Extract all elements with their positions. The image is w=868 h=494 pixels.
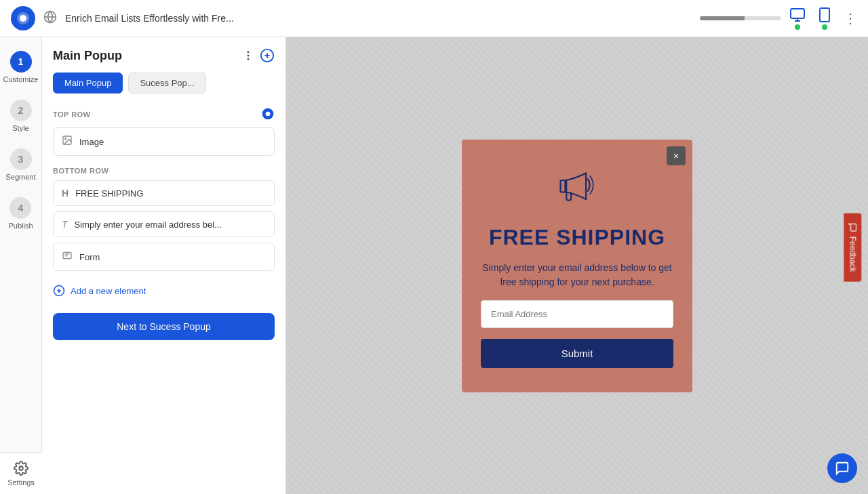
progress-bar — [700, 16, 781, 20]
svg-rect-4 — [791, 9, 804, 18]
step-3-label: Segment — [5, 173, 35, 181]
sidebar-header-actions — [242, 48, 275, 63]
mobile-status-dot — [822, 24, 827, 30]
heading-element[interactable]: H FREE SHIPPING — [53, 180, 275, 206]
feedback-tab[interactable]: Feedback — [844, 213, 862, 281]
main-layout: 1 Customize 2 Style 3 Segment 4 Publish … — [0, 37, 868, 494]
text-element[interactable]: T Simply enter your email address bel... — [53, 211, 275, 237]
globe-icon — [43, 10, 57, 26]
topbar: Enrich Email Lists Effortlessly with Fre… — [0, 0, 868, 37]
step-2-circle: 2 — [10, 100, 32, 121]
text-icon: T — [62, 219, 68, 230]
step-4-circle: 4 — [9, 197, 31, 219]
form-label: Form — [79, 252, 100, 262]
popup-icon-area — [553, 161, 601, 211]
chat-button[interactable] — [827, 453, 857, 483]
feedback-label: Feedback — [848, 236, 858, 272]
device-switcher: ⋮ — [789, 7, 857, 30]
next-button[interactable]: Next to Sucess Popup — [53, 313, 275, 340]
step-4-label: Publish — [8, 222, 33, 230]
progress-fill — [700, 16, 745, 20]
sidebar-panel: Main Popup Main Popup Sucess Pop... — [42, 37, 286, 494]
app-logo — [11, 6, 35, 30]
step-3-circle: 3 — [10, 148, 32, 170]
svg-point-1 — [20, 15, 26, 22]
step-2-label: Style — [12, 124, 28, 132]
svg-point-26 — [19, 466, 23, 470]
sidebar-title: Main Popup — [53, 49, 122, 63]
settings-btn[interactable]: Settings — [0, 452, 42, 494]
email-input[interactable] — [481, 300, 673, 328]
popup-close-btn[interactable]: × — [667, 146, 686, 165]
submit-button[interactable]: Submit — [481, 339, 673, 368]
step-1-customize[interactable]: 1 Customize — [3, 51, 39, 83]
tab-success-popup[interactable]: Sucess Pop... — [128, 73, 205, 94]
step-4-publish[interactable]: 4 Publish — [8, 197, 33, 230]
heading-icon: H — [62, 188, 68, 199]
step-navigation: 1 Customize 2 Style 3 Segment 4 Publish — [0, 37, 42, 494]
svg-point-18 — [65, 138, 66, 140]
step-2-style[interactable]: 2 Style — [10, 100, 32, 132]
text-label: Simply enter your email address bel... — [75, 220, 222, 230]
popup-subtitle: Simply enter your email address below to… — [481, 261, 673, 289]
step-1-circle: 1 — [10, 51, 32, 73]
image-label: Image — [79, 137, 104, 147]
preview-area: × FREE SHIPPING Simply enter your email … — [286, 37, 868, 494]
tab-main-popup[interactable]: Main Popup — [53, 73, 123, 94]
step-1-label: Customize — [3, 75, 39, 83]
svg-point-11 — [248, 59, 249, 60]
bottom-row-label: BOTTOM ROW — [53, 167, 275, 175]
sidebar-header: Main Popup — [53, 48, 275, 63]
svg-point-16 — [266, 112, 271, 117]
popup-modal: × FREE SHIPPING Simply enter your email … — [462, 140, 692, 392]
mobile-device-btn[interactable] — [816, 7, 833, 30]
popup-tabs: Main Popup Sucess Pop... — [53, 73, 275, 94]
form-icon — [62, 250, 73, 264]
popup-title: FREE SHIPPING — [489, 225, 665, 250]
svg-point-10 — [248, 55, 249, 56]
add-element-btn[interactable]: Add a new element — [53, 279, 275, 302]
form-element[interactable]: Form — [53, 243, 275, 271]
desktop-device-btn[interactable] — [789, 7, 806, 30]
top-row-label: TOP ROW — [53, 107, 275, 122]
add-section-icon[interactable] — [260, 48, 275, 63]
settings-label: Settings — [7, 478, 35, 487]
desktop-status-dot — [795, 24, 800, 30]
add-element-label: Add a new element — [71, 286, 146, 296]
image-icon — [62, 135, 73, 148]
svg-rect-7 — [820, 8, 829, 22]
more-options-btn[interactable]: ⋮ — [844, 10, 857, 26]
more-icon[interactable] — [242, 49, 254, 62]
step-3-segment[interactable]: 3 Segment — [5, 148, 35, 181]
svg-point-9 — [248, 52, 249, 53]
top-row-radio — [261, 107, 275, 122]
image-element[interactable]: Image — [53, 127, 275, 156]
heading-label: FREE SHIPPING — [75, 188, 143, 199]
topbar-title: Enrich Email Lists Effortlessly with Fre… — [65, 13, 692, 24]
